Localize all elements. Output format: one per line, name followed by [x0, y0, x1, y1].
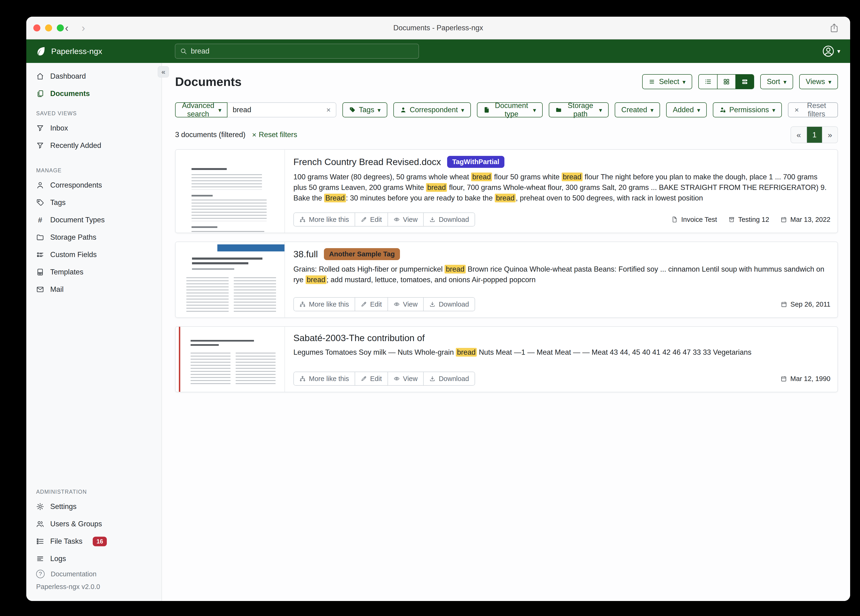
document-title[interactable]: French Country Bread Revised.docx — [293, 157, 441, 167]
sidebar-item-inbox[interactable]: Inbox — [26, 119, 162, 137]
created-filter-button[interactable]: Created — [615, 102, 660, 117]
sidebar-item-tags[interactable]: Tags — [26, 194, 162, 211]
advanced-search-label: Advanced search — [181, 101, 215, 118]
document-tag[interactable]: Another Sample Tag — [324, 248, 400, 260]
view-button[interactable]: View — [388, 372, 423, 385]
text-lines-icon — [36, 555, 44, 563]
more-like-this-label: More like this — [309, 300, 349, 308]
thumb-text-lines — [191, 174, 262, 190]
sidebar-item-templates[interactable]: Templates — [26, 263, 162, 281]
thumb-text-column — [235, 353, 276, 385]
sidebar-item-custom-fields[interactable]: Custom Fields — [26, 246, 162, 263]
sidebar-item-dashboard[interactable]: Dashboard — [26, 68, 162, 85]
zoom-window-button[interactable] — [57, 24, 64, 31]
eye-icon — [394, 376, 400, 382]
paperless-leaf-logo-icon — [36, 46, 46, 57]
document-thumbnail[interactable] — [176, 150, 285, 233]
sidebar-item-correspondents[interactable]: Correspondents — [26, 176, 162, 194]
question-circle-icon: ? — [36, 570, 45, 578]
more-like-this-button[interactable]: More like this — [294, 213, 355, 226]
thumb-text-column — [191, 353, 231, 385]
filter-search-input[interactable] — [232, 106, 326, 114]
global-search-input[interactable] — [191, 47, 414, 55]
download-button[interactable]: Download — [423, 298, 475, 311]
sidebar-item-file-tasks[interactable]: File Tasks 16 — [26, 533, 162, 550]
download-button[interactable]: Download — [423, 213, 475, 226]
results-bar: 3 documents (filtered) Reset filters « 1… — [175, 126, 838, 143]
sidebar-item-label: Correspondents — [50, 181, 102, 189]
caret-down-icon — [837, 48, 840, 54]
advanced-search-button[interactable]: Advanced search — [175, 102, 228, 117]
sidebar-item-documents[interactable]: Documents — [26, 85, 162, 102]
sidebar-item-label: Documentation — [51, 570, 96, 578]
document-card: French Country Bread Revised.docx TagWit… — [175, 149, 838, 233]
sidebar-item-document-types[interactable]: # Document Types — [26, 211, 162, 229]
view-button[interactable]: View — [388, 298, 423, 311]
close-window-button[interactable] — [33, 24, 40, 31]
select-button[interactable]: Select — [642, 74, 692, 89]
eye-icon — [394, 301, 400, 307]
document-title[interactable]: 38.full — [293, 249, 318, 259]
brand[interactable]: Paperless-ngx — [36, 46, 102, 57]
folder-filled-icon — [556, 107, 562, 113]
added-filter-button[interactable]: Added — [666, 102, 707, 117]
edit-button[interactable]: Edit — [355, 213, 388, 226]
sidebar-item-users-groups[interactable]: Users & Groups — [26, 515, 162, 533]
global-search[interactable] — [175, 44, 419, 59]
details-view-icon — [741, 78, 748, 85]
sidebar-item-documentation[interactable]: ? Documentation — [26, 567, 162, 581]
edit-button[interactable]: Edit — [355, 372, 388, 385]
document-type-meta[interactable]: Invoice Test — [671, 216, 717, 223]
view-mode-grid-button[interactable] — [717, 75, 735, 89]
document-thumbnail[interactable] — [176, 327, 285, 392]
pagination-next-button[interactable]: » — [822, 127, 838, 143]
minimize-window-button[interactable] — [45, 24, 52, 31]
edit-button[interactable]: Edit — [355, 298, 388, 311]
snippet-text: , preheat oven to 500 degrees, with rack… — [516, 194, 703, 202]
permissions-filter-button[interactable]: Permissions — [713, 102, 782, 117]
document-title[interactable]: Sabaté-2003-The contribution of — [293, 333, 425, 343]
caret-down-icon — [683, 77, 686, 86]
pagination-page-1[interactable]: 1 — [807, 127, 822, 143]
download-button[interactable]: Download — [423, 372, 475, 385]
forward-icon[interactable]: › — [82, 23, 85, 33]
sidebar-item-settings[interactable]: Settings — [26, 498, 162, 515]
date-meta: Sep 26, 2011 — [781, 300, 830, 308]
storage-path-filter-button[interactable]: Storage path — [549, 102, 609, 117]
correspondent-filter-button[interactable]: Correspondent — [393, 102, 471, 117]
hash-icon: # — [36, 216, 44, 225]
administration-section-label: ADMINISTRATION — [36, 489, 162, 495]
tags-filter-button[interactable]: Tags — [342, 102, 387, 117]
app-header: Paperless-ngx — [26, 39, 850, 63]
manage-section-label: MANAGE — [36, 167, 162, 174]
view-button[interactable]: View — [388, 213, 423, 226]
sidebar-item-logs[interactable]: Logs — [26, 550, 162, 567]
sidebar-item-mail[interactable]: Mail — [26, 281, 162, 298]
caret-down-icon — [461, 106, 464, 114]
more-like-this-button[interactable]: More like this — [294, 298, 355, 311]
document-tag[interactable]: TagWithPartial — [447, 156, 505, 168]
document-meta: Mar 12, 1990 — [780, 375, 830, 383]
user-menu[interactable] — [822, 39, 840, 63]
search-term-highlight: bread — [562, 173, 582, 181]
download-label: Download — [439, 375, 469, 383]
back-icon[interactable]: ‹ — [65, 23, 69, 33]
share-icon[interactable] — [829, 23, 840, 33]
view-mode-details-button[interactable] — [735, 75, 754, 89]
views-button[interactable]: Views — [799, 74, 838, 89]
users-icon — [36, 520, 44, 528]
view-mode-list-button[interactable] — [699, 75, 717, 89]
reset-filters-button[interactable]: Reset filters — [788, 102, 838, 117]
sort-button[interactable]: Sort — [760, 74, 793, 89]
sidebar-item-recently-added[interactable]: Recently Added — [26, 137, 162, 154]
document-thumbnail[interactable] — [176, 242, 285, 317]
clear-search-icon[interactable]: × — [326, 106, 331, 114]
more-like-this-button[interactable]: More like this — [294, 372, 355, 385]
sidebar-item-storage-paths[interactable]: Storage Paths — [26, 229, 162, 246]
document-type-filter-button[interactable]: Document type — [477, 102, 543, 117]
browser-nav: ‹ › — [65, 17, 85, 39]
pagination-prev-button[interactable]: « — [791, 127, 807, 143]
sidebar-collapse-button[interactable]: « — [158, 66, 169, 77]
reset-filters-link[interactable]: Reset filters — [252, 130, 297, 139]
storage-path-meta[interactable]: Testing 12 — [728, 216, 769, 223]
